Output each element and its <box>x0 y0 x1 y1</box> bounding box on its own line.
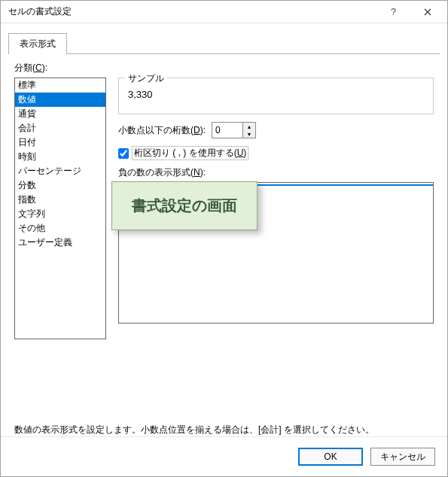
tab-strip: 表示形式 <box>8 32 440 54</box>
main-row: 標準数値通貨会計日付時刻パーセンテージ分数指数文字列その他ユーザー定義 サンプル… <box>14 77 434 412</box>
category-item[interactable]: 文字列 <box>15 207 105 221</box>
sample-value: 3,330 <box>126 86 425 103</box>
negatives-item[interactable]: △ 1,234 <box>119 199 433 211</box>
thousands-label: 桁区切り ( , ) を使用する(U) <box>132 146 248 160</box>
category-item[interactable]: 時刻 <box>15 150 105 164</box>
category-item[interactable]: パーセンテージ <box>15 164 105 178</box>
thousands-row: 桁区切り ( , ) を使用する(U) <box>118 146 434 160</box>
decimals-spinner: ▲ ▼ <box>212 122 256 138</box>
help-button[interactable]: ? <box>376 2 410 22</box>
tab-number-format[interactable]: 表示形式 <box>8 33 67 54</box>
decimals-row: 小数点以下の桁数(D): ▲ ▼ <box>118 122 434 138</box>
category-item[interactable]: 標準 <box>15 78 105 93</box>
sample-group: サンプル 3,330 <box>118 77 434 114</box>
content-area: 分類(C): 標準数値通貨会計日付時刻パーセンテージ分数指数文字列その他ユーザー… <box>1 54 447 436</box>
category-item[interactable]: 通貨 <box>15 107 105 121</box>
cancel-button[interactable]: キャンセル <box>370 448 435 466</box>
category-item[interactable]: 分数 <box>15 178 105 193</box>
sample-label: サンプル <box>125 72 167 85</box>
close-icon <box>424 8 431 16</box>
category-item[interactable]: 指数 <box>15 193 105 207</box>
category-item[interactable]: 会計 <box>15 121 105 135</box>
description-text: 数値の表示形式を設定します。小数点位置を揃える場合は、[会計] を選択してくださ… <box>14 424 434 436</box>
spinner-down[interactable]: ▼ <box>243 130 255 138</box>
decimals-label: 小数点以下の桁数(D): <box>118 124 206 137</box>
negatives-listbox[interactable]: -1,234△ 1,234▲ 1,234 <box>118 182 434 324</box>
window-title: セルの書式設定 <box>8 5 376 18</box>
thousands-checkbox[interactable] <box>118 148 129 159</box>
category-item[interactable]: 日付 <box>15 135 105 150</box>
category-listbox[interactable]: 標準数値通貨会計日付時刻パーセンテージ分数指数文字列その他ユーザー定義 <box>14 77 106 339</box>
spinner-buttons: ▲ ▼ <box>243 122 256 138</box>
spinner-up[interactable]: ▲ <box>243 123 255 130</box>
dialog-buttons: OK キャンセル <box>1 436 447 476</box>
negatives-item[interactable]: -1,234 <box>119 186 433 199</box>
ok-button[interactable]: OK <box>298 448 363 466</box>
right-panel: サンプル 3,330 小数点以下の桁数(D): ▲ ▼ 桁区切り ( <box>118 77 434 412</box>
negatives-item[interactable]: ▲ 1,234 <box>119 211 433 224</box>
decimals-input[interactable] <box>212 122 243 138</box>
category-item[interactable]: 数値 <box>15 93 105 107</box>
format-cells-dialog: セルの書式設定 ? 表示形式 分類(C): 標準数値通貨会計日付時刻パーセンテー… <box>0 0 448 477</box>
category-item[interactable]: ユーザー定義 <box>15 235 105 250</box>
category-item[interactable]: その他 <box>15 221 105 235</box>
close-button[interactable] <box>410 2 444 22</box>
titlebar: セルの書式設定 ? <box>1 1 447 23</box>
negatives-label: 負の数の表示形式(N): <box>118 166 434 179</box>
category-label: 分類(C): <box>14 62 434 74</box>
